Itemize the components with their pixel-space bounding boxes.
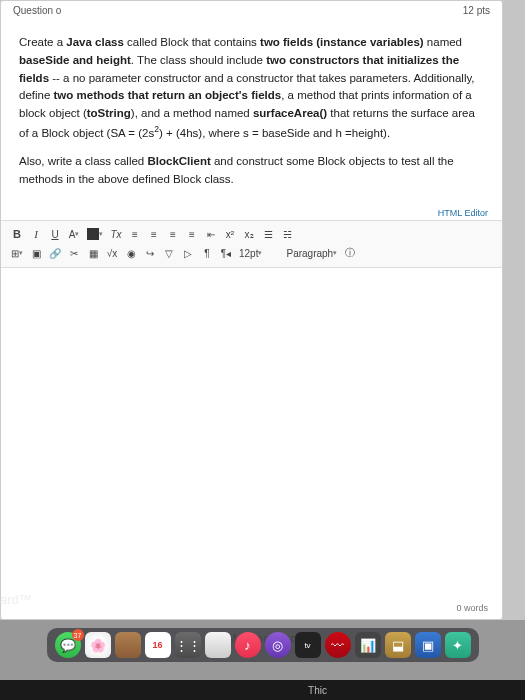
media-icon[interactable]: ▣ (30, 248, 42, 259)
dock-app-icon[interactable] (115, 632, 141, 658)
ltr-icon[interactable]: ¶ (201, 248, 213, 259)
dock-blue-icon[interactable]: ▣ (415, 632, 441, 658)
dock: 💬 37 🌸 16 ⋮⋮ ♪ ◎ tv 〰 📊 ⬓ ▣ ✦ (47, 628, 479, 662)
dock-launcher-icon[interactable]: ⋮⋮ (175, 632, 201, 658)
dock-tv-icon[interactable]: tv (295, 632, 321, 658)
embed-icon[interactable]: ↪ (144, 248, 156, 259)
superscript-icon[interactable]: x² (224, 229, 236, 240)
points-label: 12 pts (463, 5, 490, 16)
unlink-icon[interactable]: ✂ (68, 248, 80, 259)
table-button[interactable]: ⊞ (11, 248, 23, 259)
dock-green-icon[interactable]: ✦ (445, 632, 471, 658)
link-icon[interactable]: 🔗 (49, 248, 61, 259)
video-icon[interactable]: ▽ (163, 248, 175, 259)
align-justify-icon[interactable]: ≡ (186, 229, 198, 240)
accessibility-icon[interactable]: ⓘ (344, 246, 356, 260)
dock-photos-icon[interactable]: 🌸 (85, 632, 111, 658)
dock-podcasts-icon[interactable]: ◎ (265, 632, 291, 658)
dock-notes-icon[interactable] (205, 632, 231, 658)
rtl-icon[interactable]: ¶◂ (220, 248, 232, 259)
align-center-icon[interactable]: ≡ (148, 229, 160, 240)
editor-textarea[interactable] (1, 268, 502, 597)
notification-badge: 37 (72, 629, 84, 641)
dock-calendar-icon[interactable]: 16 (145, 632, 171, 658)
html-editor-link[interactable]: HTML Editor (1, 208, 502, 220)
number-list-icon[interactable]: ☵ (281, 229, 293, 240)
strip-mid: Thic (308, 685, 327, 696)
dock-messages-icon[interactable]: 💬 37 (55, 632, 81, 658)
underline-button[interactable]: U (49, 229, 61, 240)
bottom-strip: Thic (0, 680, 525, 700)
paragraph-select[interactable]: Paragraph (286, 248, 337, 259)
bold-button[interactable]: B (11, 228, 23, 240)
dock-stats-icon[interactable]: 📊 (355, 632, 381, 658)
font-color-button[interactable]: A (68, 229, 80, 240)
bullet-list-icon[interactable]: ☰ (262, 229, 274, 240)
record-icon[interactable]: ◉ (125, 248, 137, 259)
question-label: Question o (13, 5, 61, 16)
card-header: Question o 12 pts (1, 1, 502, 22)
question-text: Create a Java class called Block that co… (1, 22, 502, 208)
ard-label: ard™ (0, 592, 32, 607)
align-left-icon[interactable]: ≡ (129, 229, 141, 240)
play-icon[interactable]: ▷ (182, 248, 194, 259)
dock-music-icon[interactable]: ♪ (235, 632, 261, 658)
editor-toolbar: B I U A Tx ≡ ≡ ≡ ≡ ⇤ x² x₂ ☰ ☵ ⊞ ▣ 🔗 ✂ (1, 220, 502, 268)
bg-color-button[interactable] (87, 228, 103, 240)
font-size-select[interactable]: 12pt (239, 248, 262, 259)
align-right-icon[interactable]: ≡ (167, 229, 179, 240)
dock-swoosh-icon[interactable]: 〰 (325, 632, 351, 658)
outdent-icon[interactable]: ⇤ (205, 229, 217, 240)
question-card: Question o 12 pts Create a Java class ca… (0, 0, 503, 620)
subscript-icon[interactable]: x₂ (243, 229, 255, 240)
word-count: 0 words (456, 603, 488, 613)
sqrt-icon[interactable]: √x (106, 248, 118, 259)
italic-button[interactable]: I (30, 228, 42, 240)
image-icon[interactable]: ▦ (87, 248, 99, 259)
clear-format-button[interactable]: Tx (110, 229, 122, 240)
dock-gold-icon[interactable]: ⬓ (385, 632, 411, 658)
